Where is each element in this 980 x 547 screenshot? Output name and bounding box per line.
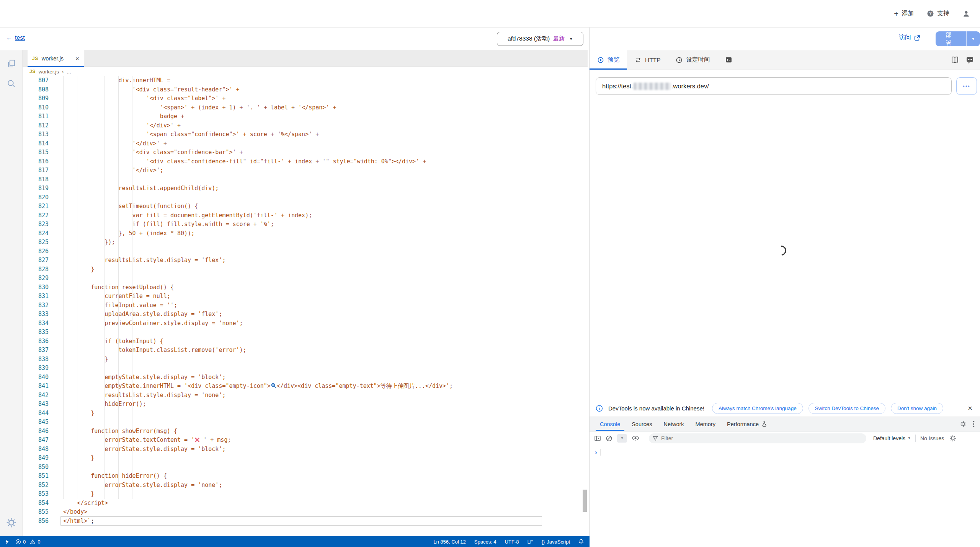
explorer-icon[interactable] — [6, 59, 16, 69]
tab-preview[interactable]: 预览 — [590, 50, 627, 70]
breadcrumb-symbol[interactable]: ... — [67, 69, 71, 75]
clear-console-icon[interactable] — [606, 435, 612, 442]
code-line[interactable]: 818 — [23, 175, 588, 184]
code-line[interactable]: 844 } — [23, 409, 588, 418]
tab-console[interactable]: Console — [594, 417, 626, 431]
tab-http[interactable]: HTTP — [627, 50, 668, 70]
code-line[interactable]: 816 '<div class="confidence-fill" id="fi… — [23, 157, 588, 166]
issues-counter[interactable]: No Issues — [920, 435, 944, 441]
code-line[interactable]: 820 — [23, 193, 588, 202]
devtools-settings-gear-icon[interactable] — [960, 421, 967, 427]
code-line[interactable]: 850 — [23, 463, 588, 472]
account-menu[interactable] — [962, 10, 970, 18]
code-line[interactable]: 840 emptyState.style.display = 'block'; — [23, 373, 588, 382]
code-line[interactable]: 827 resultsList.style.display = 'flex'; — [23, 256, 588, 265]
tab-schedule[interactable]: 设定时间 — [668, 50, 717, 70]
terminal-tab-button[interactable] — [717, 50, 740, 70]
feedback-chat-icon[interactable] — [966, 56, 974, 64]
code-line[interactable]: 834 previewContainer.style.display = 'no… — [23, 319, 588, 328]
code-line[interactable]: 814 '</div>' + — [23, 139, 588, 148]
deploy-split-button[interactable]: 部署 ▼ — [936, 31, 980, 46]
editor-scrollbar[interactable] — [583, 490, 587, 512]
url-options-button[interactable]: ••• — [956, 77, 977, 95]
code-lines[interactable]: 807 div.innerHTML =808 '<div class="resu… — [23, 76, 588, 526]
log-levels-dropdown[interactable]: Default levels ▼ — [873, 435, 911, 441]
code-line[interactable]: 830 function resetUpload() { — [23, 283, 588, 292]
deploy-button[interactable]: 部署 — [936, 31, 966, 46]
code-line[interactable]: 833 uploadArea.style.display = 'flex'; — [23, 310, 588, 319]
console-prompt[interactable]: › — [595, 449, 601, 456]
code-line[interactable]: 811 badge + — [23, 112, 588, 121]
dont-show-again-button[interactable]: Don't show again — [891, 403, 943, 414]
code-line[interactable]: 824 }, 50 + (index * 80)); — [23, 229, 588, 238]
code-line[interactable]: 843 hideError(); — [23, 400, 588, 409]
encoding-setting[interactable]: UTF-8 — [505, 539, 519, 545]
code-editor[interactable]: 807 div.innerHTML =808 '<div class="resu… — [23, 76, 588, 536]
code-line[interactable]: 822 var fill = document.getElementById('… — [23, 211, 588, 220]
code-line[interactable]: 809 '<div class="label">' + — [23, 94, 588, 103]
back-to-worker-link[interactable]: ← test — [6, 34, 25, 41]
live-expression-eye-icon[interactable] — [632, 435, 639, 441]
code-line[interactable]: 837 tokenInput.classList.remove('error')… — [23, 346, 588, 355]
kebab-menu-icon[interactable] — [973, 421, 975, 427]
code-line[interactable]: 810 '<span>' + (index + 1) + '. ' + labe… — [23, 103, 588, 112]
code-line[interactable]: 815 '<div class="confidence-bar">' + — [23, 148, 588, 157]
add-button[interactable]: + 添加 — [894, 10, 914, 18]
console-settings-gear-icon[interactable] — [949, 435, 956, 442]
code-line[interactable]: 821 setTimeout(function() { — [23, 202, 588, 211]
close-icon[interactable]: × — [965, 404, 975, 413]
tab-worker-js[interactable]: JS worker.js × — [28, 50, 84, 67]
code-line[interactable]: 856</html>`; — [23, 517, 588, 526]
code-line[interactable]: 842 resultsList.style.display = 'none'; — [23, 391, 588, 400]
always-match-language-button[interactable]: Always match Chrome's language — [712, 403, 803, 414]
code-line[interactable]: 831 currentFile = null; — [23, 292, 588, 301]
code-line[interactable]: 852 errorState.style.display = 'none'; — [23, 481, 588, 490]
code-line[interactable]: 855</body> — [23, 508, 588, 517]
console-filter-input[interactable]: Filter — [649, 433, 866, 443]
code-line[interactable]: 836 if (tokenInput) { — [23, 337, 588, 346]
language-mode[interactable]: {} JavaScript — [542, 539, 570, 545]
tab-memory[interactable]: Memory — [690, 417, 721, 431]
search-icon[interactable] — [6, 78, 16, 89]
docs-book-icon[interactable] — [951, 56, 959, 63]
version-dropdown[interactable]: afd78338 (活动) 最新 ▼ — [497, 32, 583, 46]
indentation-setting[interactable]: Spaces: 4 — [474, 539, 497, 545]
code-line[interactable]: 807 div.innerHTML = — [23, 76, 588, 85]
breadcrumb-file[interactable]: worker.js — [39, 69, 59, 75]
code-line[interactable]: 846 function showError(msg) { — [23, 427, 588, 436]
console-output[interactable]: › — [590, 445, 980, 547]
code-line[interactable]: 847 errorState.textContent = ' ' + msg; — [23, 436, 588, 445]
breadcrumb[interactable]: JS worker.js › ... — [23, 67, 588, 76]
visit-link[interactable]: 访问 — [899, 34, 920, 42]
code-line[interactable]: 812 '</div>' + — [23, 121, 588, 130]
switch-to-chinese-button[interactable]: Switch DevTools to Chinese — [808, 403, 885, 414]
code-line[interactable]: 828 } — [23, 265, 588, 274]
notifications-bell-icon[interactable] — [578, 539, 584, 545]
code-line[interactable]: 853 } — [23, 490, 588, 499]
tab-performance[interactable]: Performance — [721, 417, 773, 431]
problems-indicator[interactable]: 0 0 — [15, 539, 40, 545]
code-line[interactable]: 849 } — [23, 454, 588, 463]
console-sidebar-icon[interactable] — [594, 435, 601, 442]
code-line[interactable]: 851 function hideError() { — [23, 472, 588, 481]
code-line[interactable]: 854 </script> — [23, 499, 588, 508]
code-line[interactable]: 829 — [23, 274, 588, 283]
code-line[interactable]: 823 if (fill) fill.style.width = score +… — [23, 220, 588, 229]
deploy-caret-button[interactable]: ▼ — [966, 31, 980, 46]
code-line[interactable]: 835 — [23, 328, 588, 337]
code-line[interactable]: 845 — [23, 418, 588, 427]
code-line[interactable]: 848 errorState.style.display = 'block'; — [23, 445, 588, 454]
remote-indicator-icon[interactable] — [5, 539, 9, 545]
code-line[interactable]: 826 — [23, 247, 588, 256]
code-line[interactable]: 813 '<span class="confidence">' + score … — [23, 130, 588, 139]
tab-sources[interactable]: Sources — [626, 417, 658, 431]
tab-network[interactable]: Network — [658, 417, 689, 431]
code-line[interactable]: 825 }); — [23, 238, 588, 247]
support-button[interactable]: ? 支持 — [927, 10, 949, 18]
cursor-position[interactable]: Ln 856, Col 12 — [433, 539, 466, 545]
code-line[interactable]: 819 resultsList.appendChild(div); — [23, 184, 588, 193]
code-line[interactable]: 839 — [23, 364, 588, 373]
code-line[interactable]: 817 '</div>'; — [23, 166, 588, 175]
code-line[interactable]: 841 emptyState.innerHTML = '<div class="… — [23, 382, 588, 391]
console-context-dropdown[interactable]: ▼ — [617, 434, 627, 443]
